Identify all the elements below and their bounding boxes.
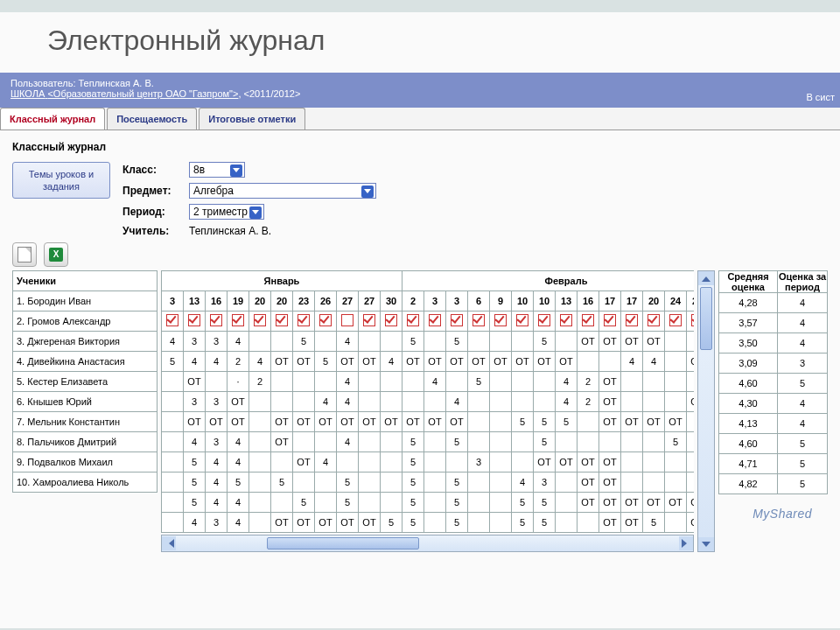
grade-cell[interactable] <box>424 493 446 513</box>
grade-cell[interactable] <box>534 372 556 392</box>
grade-cell[interactable]: 4 <box>337 392 359 412</box>
grade-cell[interactable]: 4 <box>228 432 249 452</box>
day-checkbox[interactable] <box>359 312 381 332</box>
grade-cell[interactable]: ОТ <box>599 332 621 352</box>
grade-cell[interactable] <box>162 412 184 432</box>
day-header[interactable]: 16 <box>578 291 599 312</box>
grade-cell[interactable]: ОТ <box>556 352 578 372</box>
day-header[interactable]: 3 <box>162 291 184 312</box>
grade-cell[interactable]: 5 <box>512 412 534 432</box>
grade-cell[interactable]: 4 <box>556 372 578 392</box>
scroll-right-button[interactable] <box>679 536 693 550</box>
grade-cell[interactable]: 5 <box>315 352 337 372</box>
grade-cell[interactable]: 4 <box>249 352 271 372</box>
grade-cell[interactable]: 4 <box>184 352 206 372</box>
grade-cell[interactable]: 4 <box>206 493 228 513</box>
day-checkbox[interactable] <box>424 312 446 332</box>
grade-cell[interactable]: 3 <box>534 472 556 493</box>
student-row[interactable]: 1. Бородин Иван <box>13 291 158 312</box>
grade-cell[interactable] <box>687 472 695 493</box>
grade-cell[interactable]: ОТ <box>184 372 206 392</box>
grade-cell[interactable]: ОТ <box>512 352 534 372</box>
grade-cell[interactable]: 5 <box>446 332 468 352</box>
day-header[interactable]: 19 <box>228 291 249 312</box>
day-header[interactable]: 24 <box>665 291 687 312</box>
grade-cell[interactable]: ОТ <box>293 412 315 432</box>
day-header[interactable]: 20 <box>271 291 293 312</box>
grade-cell[interactable]: 5 <box>534 332 556 352</box>
grade-cell[interactable]: ОТ <box>293 452 315 472</box>
grade-cell[interactable] <box>468 412 490 432</box>
grade-cell[interactable] <box>621 472 643 493</box>
grade-cell[interactable]: ОТ <box>621 493 643 513</box>
grade-cell[interactable]: 5 <box>184 452 206 472</box>
grade-cell[interactable] <box>162 392 184 412</box>
day-checkbox[interactable] <box>490 312 512 332</box>
grade-cell[interactable]: ОТ <box>687 392 695 412</box>
grade-cell[interactable] <box>643 392 665 412</box>
print-button[interactable] <box>12 242 37 267</box>
grade-cell[interactable]: ОТ <box>687 352 695 372</box>
grade-cell[interactable]: 5 <box>402 452 424 472</box>
day-checkbox[interactable] <box>184 312 206 332</box>
day-header[interactable]: 10 <box>512 291 534 312</box>
grade-cell[interactable]: ОТ <box>687 493 695 513</box>
grade-cell[interactable] <box>490 392 512 412</box>
grade-cell[interactable] <box>315 332 337 352</box>
grade-cell[interactable] <box>665 452 687 472</box>
grade-cell[interactable]: ОТ <box>599 452 621 472</box>
grade-cell[interactable]: 5 <box>512 493 534 513</box>
scroll-left-button[interactable] <box>162 536 176 550</box>
grade-cell[interactable] <box>687 332 695 352</box>
grade-cell[interactable] <box>271 452 293 472</box>
grade-cell[interactable]: ОТ <box>621 412 643 432</box>
day-checkbox[interactable] <box>206 312 228 332</box>
grade-cell[interactable] <box>643 372 665 392</box>
grade-cell[interactable] <box>490 493 512 513</box>
grade-cell[interactable]: ОТ <box>643 493 665 513</box>
day-checkbox[interactable] <box>687 312 695 332</box>
grade-cell[interactable]: ОТ <box>446 352 468 372</box>
grade-cell[interactable] <box>293 392 315 412</box>
grade-cell[interactable]: ОТ <box>402 412 424 432</box>
grade-cell[interactable]: ОТ <box>359 412 381 432</box>
day-checkbox[interactable] <box>599 312 621 332</box>
grade-cell[interactable] <box>162 493 184 513</box>
grade-cell[interactable]: 5 <box>512 513 534 533</box>
grade-cell[interactable] <box>621 372 643 392</box>
grade-cell[interactable]: 4 <box>228 332 249 352</box>
grade-cell[interactable]: 5 <box>534 513 556 533</box>
grade-cell[interactable]: 4 <box>512 472 534 493</box>
day-checkbox[interactable] <box>665 312 687 332</box>
day-checkbox[interactable] <box>402 312 424 332</box>
day-checkbox[interactable] <box>621 312 643 332</box>
grade-cell[interactable]: 5 <box>337 493 359 513</box>
grade-cell[interactable] <box>424 452 446 472</box>
grade-cell[interactable]: ОТ <box>643 412 665 432</box>
grade-cell[interactable] <box>424 392 446 412</box>
grade-cell[interactable]: ОТ <box>665 412 687 432</box>
grade-cell[interactable] <box>315 372 337 392</box>
grade-cell[interactable]: 2 <box>578 392 599 412</box>
grade-cell[interactable] <box>665 472 687 493</box>
grade-cell[interactable]: 5 <box>402 493 424 513</box>
day-header[interactable]: 27 <box>359 291 381 312</box>
student-row[interactable]: 4. Дивейкина Анастасия <box>13 352 158 372</box>
grade-cell[interactable] <box>556 513 578 533</box>
tab-итоговые-отметки[interactable]: Итоговые отметки <box>199 108 305 130</box>
grade-cell[interactable] <box>249 452 271 472</box>
grade-cell[interactable] <box>665 372 687 392</box>
grade-cell[interactable] <box>665 332 687 352</box>
day-checkbox[interactable] <box>578 312 599 332</box>
grade-cell[interactable]: ОТ <box>271 513 293 533</box>
grade-cell[interactable]: 5 <box>556 412 578 432</box>
grade-cell[interactable]: ОТ <box>293 513 315 533</box>
tab-посещаемость[interactable]: Посещаемость <box>107 108 197 130</box>
grade-cell[interactable] <box>315 472 337 493</box>
grade-cell[interactable] <box>556 472 578 493</box>
scroll-down-button[interactable] <box>698 537 714 551</box>
grade-cell[interactable]: 3 <box>184 392 206 412</box>
grade-cell[interactable] <box>381 452 402 472</box>
grade-cell[interactable]: 3 <box>206 513 228 533</box>
class-select[interactable]: 8в <box>189 162 245 178</box>
